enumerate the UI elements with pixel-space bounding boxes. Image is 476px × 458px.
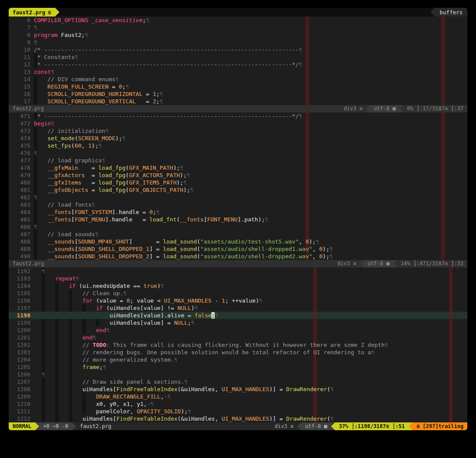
code-text: COMPILER_OPTIONS _case_sensitive;¶ — [34, 17, 149, 23]
eol-marker: ¶ — [194, 305, 198, 311]
trailing-whitespace-warning: ≡ [297]trailing — [413, 422, 467, 430]
code-line[interactable]: 487 // load sounds¶ — [9, 231, 467, 238]
code-line[interactable]: 1207 // Draw side panel & sections.¶ — [9, 378, 467, 386]
code-line[interactable]: 480 __gfxItems = load_fpg(GFX_ITEMS_PATH… — [9, 179, 467, 186]
code-line[interactable]: 15 REGION_FULL_SCREEN = 0;¶ — [9, 83, 467, 90]
code-text: // Clean up.¶ — [42, 290, 127, 297]
code-line[interactable]: 479 __gfxActors = load_fpg(GFX_ACTORS_PA… — [9, 171, 467, 179]
line-number: 7 — [9, 24, 30, 31]
line-text: // Draw side panel & sections.¶ — [42, 378, 467, 386]
line-text: ¶ — [34, 223, 467, 231]
code-line[interactable]: 1195 // Clean up.¶ — [9, 290, 467, 297]
line-number: 1209 — [9, 393, 30, 400]
indent-guide — [69, 371, 72, 378]
line-text: frame;¶ — [42, 363, 467, 371]
code-line[interactable]: 13const¶ — [9, 68, 467, 76]
code-line[interactable]: 481 __gfxObjects = load_fpg(GFX_OBJECTS_… — [9, 186, 467, 194]
statusline-active[interactable]: NORMAL +0 ~0 -0 faust2.prg div3 ≡ utf-8 … — [9, 422, 467, 430]
code-line[interactable]: 485 __fonts[FONT_MENU].handle = load_fnt… — [9, 216, 467, 223]
code-line[interactable]: 489 __sounds[SOUND_SHELL_DROPPED_1] = lo… — [9, 245, 467, 253]
eol-marker: ¶ — [51, 120, 54, 127]
git-diff-summary: +0 ~0 -0 — [39, 422, 72, 430]
line-text: begin¶ — [34, 120, 467, 127]
code-line[interactable]: 1201 end¶ — [9, 334, 467, 341]
code-line[interactable]: 1197 if (uiHandles[value] != NULL)¶ — [9, 304, 467, 312]
code-line[interactable]: 12 * -----------------------------------… — [9, 61, 467, 68]
powerline-separator — [366, 105, 370, 112]
line-number: 14 — [9, 76, 30, 83]
mode-indicator: NORMAL — [9, 422, 35, 430]
line-number: 1193 — [9, 275, 30, 282]
code-line[interactable]: 1205 frame;¶ — [9, 363, 467, 371]
line-number: 483 — [9, 201, 30, 208]
line-number: 17 — [9, 98, 30, 105]
code-line[interactable]: 16 SCROLL_FOREGROUND_HORIZONTAL = 1;¶ — [9, 90, 467, 98]
eol-marker: ¶ — [330, 415, 334, 422]
eol-marker: ¶ — [34, 224, 37, 230]
code-line[interactable]: 486¶ — [9, 223, 467, 231]
code-line[interactable]: 7¶ — [9, 24, 467, 31]
tab-faust2prg[interactable]: faust2.prg ≡ — [9, 8, 55, 16]
code-text: // more generalized system.¶ — [42, 356, 177, 363]
code-line[interactable]: 1192¶ — [9, 267, 467, 275]
statusline-middle[interactable]: faust2.prg div3 ≡ utf-8 ■ 14% ┋:471/3187… — [9, 260, 467, 267]
statusline-top[interactable]: faust2.prg div3 ≡ utf-8 ■ 0% ┋:17/3187≡ … — [9, 105, 467, 112]
code-line[interactable]: 1206¶ — [9, 371, 467, 378]
code-line[interactable]: 17 SCROLL_FOREGROUND_VERTICAL = 2;¶ — [9, 98, 467, 105]
code-line[interactable]: 483 // load fonts¶ — [9, 201, 467, 208]
code-line[interactable]: 11 * Constants¶ — [9, 53, 467, 61]
code-line[interactable]: 10/* -----------------------------------… — [9, 46, 467, 53]
code-line[interactable]: 1203 // rendering bugs. One possible sol… — [9, 349, 467, 356]
line-number: 484 — [9, 208, 30, 216]
code-line[interactable]: 476¶ — [9, 149, 467, 157]
eol-marker: ¶ — [215, 312, 218, 319]
code-line[interactable]: 1196 for (value = 0; value < UI_MAX_HAND… — [9, 297, 467, 304]
line-text: __sounds[SOUND_SHELL_DROPPED_1] = load_s… — [34, 245, 467, 253]
code-line[interactable]: 1211 panelColor, OPACITY_SOLID);¶ — [9, 408, 467, 415]
code-line[interactable]: 474 set_mode(SCREEN_MODE);¶ — [9, 135, 467, 142]
code-line[interactable]: 1210 x0, y0, x1, y1,·¶ — [9, 400, 467, 408]
code-line[interactable]: 1199 uiHandles[value] = NULL;¶ — [9, 319, 467, 326]
code-line[interactable]: 14 // DIV command enums¶ — [9, 76, 467, 83]
buffers-button[interactable]: buffers — [435, 8, 467, 16]
code-text: __gfxItems = load_fpg(GFX_ITEMS_PATH);¶ — [34, 179, 187, 186]
eol-marker: ¶ — [95, 231, 98, 237]
code-line[interactable]: 1193 repeat¶ — [9, 275, 467, 282]
code-line[interactable]: 9¶ — [9, 39, 467, 46]
code-text: __gfxObjects = load_fpg(GFX_OBJECTS_PATH… — [34, 187, 194, 193]
code-line[interactable]: 8program Faust2;¶ — [9, 31, 467, 39]
code-line[interactable]: 473 // initialization¶ — [9, 127, 467, 135]
code-line[interactable]: 482¶ — [9, 194, 467, 201]
code-line[interactable]: 1209 DRAW_RECTANGLE_FILL,·¶ — [9, 393, 467, 400]
code-line[interactable]: 1204 // more generalized system.¶ — [9, 356, 467, 363]
code-line[interactable]: 1212 uiHandles[FindFreeTableIndex(&uiHan… — [9, 415, 467, 422]
line-text: __gfxActors = load_fpg(GFX_ACTORS_PATH);… — [34, 171, 467, 179]
code-line[interactable]: 475 set_fps(60, 1);¶ — [9, 142, 467, 149]
line-number: 1192 — [9, 267, 30, 275]
code-line[interactable]: 1208 uiHandles[FindFreeTableIndex(&uiHan… — [9, 386, 467, 393]
code-line[interactable]: 490 __sounds[SOUND_SHELL_DROPPED_2] = lo… — [9, 253, 467, 260]
code-line[interactable]: 472begin¶ — [9, 120, 467, 127]
line-number: 473 — [9, 127, 30, 135]
line-number: 1199 — [9, 319, 30, 326]
statusline-filetype: div3 ≡ — [334, 260, 360, 267]
code-text: __fonts[FONT_MENU].handle = load_fnt(__f… — [34, 216, 268, 223]
code-line[interactable]: 484 __fonts[FONT_SYSTEM].handle = 0;¶ — [9, 208, 467, 216]
code-text: frame;¶ — [42, 364, 106, 370]
line-text: SCROLL_FOREGROUND_HORIZONTAL = 1;¶ — [34, 90, 467, 98]
code-line[interactable]: 1200 end¶ — [9, 326, 467, 334]
code-line[interactable]: 478 __gfxMain = load_fpg(GFX_MAIN_PATH);… — [9, 164, 467, 171]
code-line[interactable]: 471 * ----------------------------------… — [9, 112, 467, 120]
code-line[interactable]: 477 // load graphics¶ — [9, 157, 467, 164]
line-text: // Clean up.¶ — [42, 290, 467, 297]
code-line[interactable]: 6COMPILER_OPTIONS _case_sensitive;¶ — [9, 16, 467, 24]
code-line[interactable]: 1202 // TODO: This frame call is causing… — [9, 341, 467, 349]
code-line[interactable]: 1194 if (ui.needsUpdate == true)¶ — [9, 282, 467, 290]
eol-marker: ¶ — [385, 342, 388, 348]
code-line[interactable]: 488 __sounds[SOUND_MP40_SHOT] = load_sou… — [9, 238, 467, 245]
code-line-cursor[interactable]: 1198 uiHandles[value].alive = false;¶ — [9, 312, 467, 319]
statusline-filename: faust2.prg — [9, 105, 48, 112]
line-text: ¶ — [34, 149, 467, 157]
code-text: // rendering bugs. One possible solution… — [42, 349, 374, 356]
line-number: 16 — [9, 90, 30, 98]
